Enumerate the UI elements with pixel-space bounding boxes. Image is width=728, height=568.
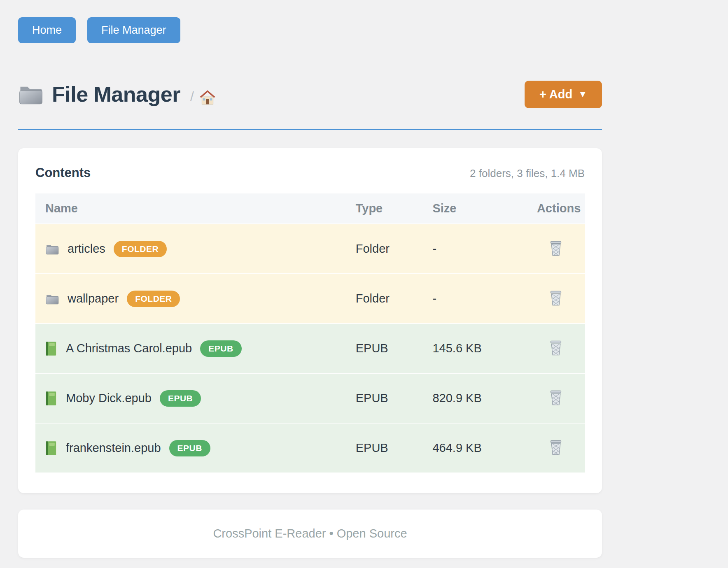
item-type: Folder <box>346 274 423 324</box>
file-row[interactable]: A Christmas Carol.epub EPUB EPUB 145.6 K… <box>35 324 585 373</box>
epub-badge: EPUB <box>160 390 201 407</box>
book-icon <box>45 391 58 406</box>
footer-text: CrossPoint E-Reader • Open Source <box>213 527 407 540</box>
item-name[interactable]: frankenstein.epub <box>66 441 161 455</box>
folder-row[interactable]: articles FOLDER Folder - <box>35 224 585 274</box>
item-size: - <box>422 224 527 274</box>
folder-row[interactable]: wallpaper FOLDER Folder - <box>35 274 585 324</box>
item-name[interactable]: A Christmas Carol.epub <box>66 342 192 355</box>
home-icon[interactable] <box>199 88 216 105</box>
epub-badge: EPUB <box>200 340 241 357</box>
column-header-name: Name <box>35 193 346 224</box>
file-table: Name Type Size Actions articles FOLDER <box>35 193 585 473</box>
trash-icon <box>549 439 563 456</box>
item-type: EPUB <box>346 324 423 373</box>
item-type: Folder <box>346 224 423 274</box>
item-type: EPUB <box>346 373 423 423</box>
contents-summary: 2 folders, 3 files, 1.4 MB <box>470 167 585 180</box>
contents-heading: Contents <box>35 165 91 180</box>
delete-button[interactable] <box>547 338 565 358</box>
contents-card: Contents 2 folders, 3 files, 1.4 MB Name… <box>18 148 602 493</box>
folder-icon <box>18 83 44 105</box>
contents-card-header: Contents 2 folders, 3 files, 1.4 MB <box>35 165 585 180</box>
column-header-type: Type <box>346 193 423 224</box>
delete-button[interactable] <box>547 438 565 457</box>
add-button-label: + Add <box>539 88 572 101</box>
page-title: File Manager <box>52 82 180 107</box>
page-header: File Manager / + Add ▼ <box>18 77 602 112</box>
header-divider <box>18 129 602 130</box>
folder-badge: FOLDER <box>114 241 167 257</box>
item-size: 145.6 KB <box>422 324 527 373</box>
file-manager-nav-button[interactable]: File Manager <box>87 17 180 43</box>
trash-icon <box>549 340 563 356</box>
chevron-down-icon: ▼ <box>578 89 587 100</box>
item-name[interactable]: Moby Dick.epub <box>66 391 152 405</box>
add-button[interactable]: + Add ▼ <box>525 81 602 108</box>
table-header-row: Name Type Size Actions <box>35 193 585 224</box>
home-nav-button[interactable]: Home <box>18 17 76 43</box>
page-container: Home File Manager File Manager / + Add ▼… <box>18 0 602 558</box>
delete-button[interactable] <box>547 238 565 258</box>
book-icon <box>45 341 58 356</box>
folder-icon <box>45 242 59 256</box>
folder-icon <box>45 292 59 305</box>
epub-badge: EPUB <box>169 440 210 456</box>
file-row[interactable]: frankenstein.epub EPUB EPUB 464.9 KB <box>35 423 585 473</box>
top-nav: Home File Manager <box>18 17 602 43</box>
footer: CrossPoint E-Reader • Open Source <box>18 510 602 558</box>
trash-icon <box>549 389 563 406</box>
file-row[interactable]: Moby Dick.epub EPUB EPUB 820.9 KB <box>35 373 585 423</box>
title-group: File Manager / <box>18 82 216 107</box>
item-type: EPUB <box>346 423 423 473</box>
breadcrumb-separator: / <box>190 89 194 104</box>
item-size: - <box>422 274 527 324</box>
item-size: 464.9 KB <box>422 423 527 473</box>
book-icon <box>45 441 58 456</box>
column-header-actions: Actions <box>527 193 585 224</box>
delete-button[interactable] <box>547 288 565 308</box>
item-name[interactable]: articles <box>68 242 105 256</box>
folder-badge: FOLDER <box>127 291 180 307</box>
trash-icon <box>549 290 563 306</box>
delete-button[interactable] <box>547 388 565 407</box>
column-header-size: Size <box>422 193 527 224</box>
item-name[interactable]: wallpaper <box>68 292 119 305</box>
item-size: 820.9 KB <box>422 373 527 423</box>
trash-icon <box>549 240 563 256</box>
